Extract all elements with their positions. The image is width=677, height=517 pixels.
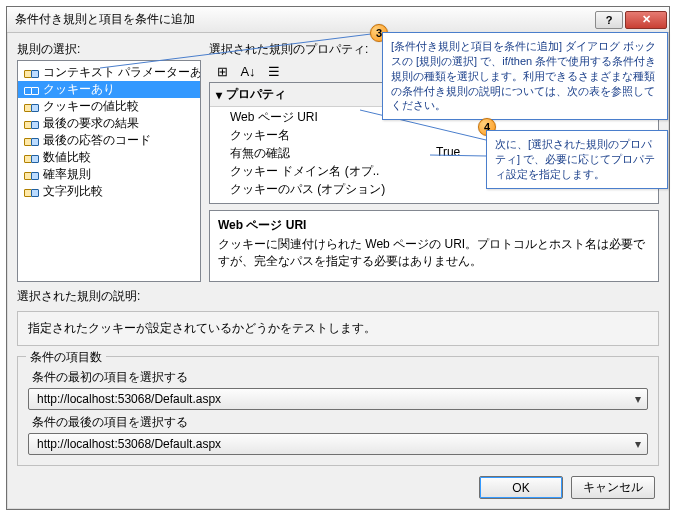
- rule-list-item-label: 最後の要求の結果: [43, 115, 139, 132]
- rule-list-item-label: クッキーの値比較: [43, 98, 139, 115]
- rule-icon: [24, 169, 38, 181]
- rule-icon: [24, 152, 38, 164]
- close-button[interactable]: ✕: [625, 11, 667, 29]
- collapse-icon: ▾: [216, 88, 222, 102]
- help-button[interactable]: ?: [595, 11, 623, 29]
- rule-list[interactable]: コンテキスト パラメーターありクッキーありクッキーの値比較最後の要求の結果最後の…: [17, 60, 201, 282]
- rule-list-item[interactable]: 最後の応答のコード: [18, 132, 200, 149]
- cancel-button[interactable]: キャンセル: [571, 476, 655, 499]
- rule-list-item[interactable]: コンテキスト パラメーターあり: [18, 64, 200, 81]
- property-description-body: クッキーに関連付けられた Web ページの URI。プロトコルとホスト名は必要で…: [218, 236, 650, 270]
- property-name: クッキーのパス (オプション): [210, 179, 430, 197]
- rule-list-item[interactable]: クッキーの値比較: [18, 98, 200, 115]
- rule-list-item-label: 文字列比較: [43, 183, 103, 200]
- rule-list-label: 規則の選択:: [17, 41, 201, 58]
- property-name: クッキー ドメイン名 (オプ..: [210, 161, 430, 179]
- chevron-down-icon: ▾: [629, 437, 647, 451]
- rule-list-item-label: コンテキスト パラメーターあり: [43, 64, 201, 81]
- property-description-title: Web ページ URI: [218, 217, 650, 234]
- rule-list-item[interactable]: 確率規則: [18, 166, 200, 183]
- selected-rule-desc-label: 選択された規則の説明:: [17, 288, 659, 305]
- rule-icon: [24, 118, 38, 130]
- ok-button[interactable]: OK: [479, 476, 563, 499]
- rule-icon: [24, 67, 38, 79]
- condition-items-legend: 条件の項目数: [26, 349, 106, 366]
- rule-list-item[interactable]: 数値比較: [18, 149, 200, 166]
- last-item-value: http://localhost:53068/Default.aspx: [29, 437, 629, 451]
- rule-list-item-label: 数値比較: [43, 149, 91, 166]
- rule-list-item[interactable]: クッキーあり: [18, 81, 200, 98]
- last-item-label: 条件の最後の項目を選択する: [32, 414, 648, 431]
- first-item-combo[interactable]: http://localhost:53068/Default.aspx ▾: [28, 388, 648, 410]
- titlebar: 条件付き規則と項目を条件に追加 ? ✕: [7, 7, 669, 33]
- last-item-combo[interactable]: http://localhost:53068/Default.aspx ▾: [28, 433, 648, 455]
- property-description: Web ページ URI クッキーに関連付けられた Web ページの URI。プロ…: [209, 210, 659, 282]
- rule-icon: [24, 186, 38, 198]
- rule-icon: [24, 84, 38, 96]
- rule-list-item[interactable]: 文字列比較: [18, 183, 200, 200]
- property-name: クッキー名: [210, 125, 430, 143]
- property-category-label: プロパティ: [226, 86, 286, 103]
- categorized-icon[interactable]: ⊞: [211, 61, 233, 81]
- selected-rule-desc: 指定されたクッキーが設定されているかどうかをテストします。: [17, 311, 659, 346]
- dialog-title: 条件付き規則と項目を条件に追加: [15, 11, 593, 28]
- dialog-buttons: OK キャンセル: [17, 472, 659, 499]
- rule-icon: [24, 135, 38, 147]
- condition-items-group: 条件の項目数 条件の最初の項目を選択する http://localhost:53…: [17, 356, 659, 466]
- rule-list-item[interactable]: 最後の要求の結果: [18, 115, 200, 132]
- rule-list-item-label: クッキーあり: [43, 81, 115, 98]
- first-item-label: 条件の最初の項目を選択する: [32, 369, 648, 386]
- callout-3: [条件付き規則と項目を条件に追加] ダイアログ ボックスの [規則の選択] で、…: [382, 32, 668, 120]
- callout-4: 次に、[選択された規則のプロパティ] で、必要に応じてプロパティ設定を指定します…: [486, 130, 668, 189]
- first-item-value: http://localhost:53068/Default.aspx: [29, 392, 629, 406]
- rule-list-item-label: 確率規則: [43, 166, 91, 183]
- rule-icon: [24, 101, 38, 113]
- rule-list-item-label: 最後の応答のコード: [43, 132, 151, 149]
- property-name: 有無の確認: [210, 143, 430, 161]
- alphabetical-icon[interactable]: A↓: [237, 61, 259, 81]
- property-pages-icon[interactable]: ☰: [263, 61, 285, 81]
- chevron-down-icon: ▾: [629, 392, 647, 406]
